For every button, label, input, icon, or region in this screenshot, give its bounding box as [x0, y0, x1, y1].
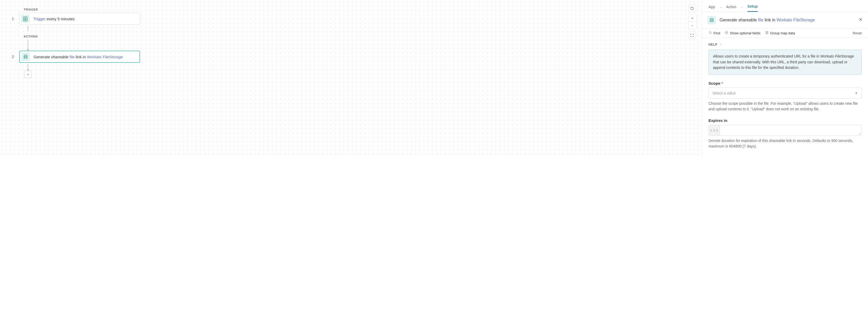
step-number: 1 [12, 17, 14, 21]
svg-line-14 [711, 33, 712, 34]
help-toggle[interactable]: HELP [709, 43, 862, 47]
panel-title: Generate shareable file link in Workato … [719, 18, 855, 22]
trigger-section-label: TRIGGER [24, 8, 690, 11]
zoom-in-button[interactable] [688, 15, 696, 22]
trigger-step-text: Trigger every 5 minutes [33, 17, 74, 21]
group-map-button[interactable]: Group map data [765, 31, 795, 35]
chevron-right-icon [740, 5, 744, 9]
recipe-canvas: TRIGGER 1 Trigger every 5 minutes ACTION… [0, 0, 702, 157]
zoom-out-button[interactable] [688, 22, 696, 29]
fit-screen-button[interactable] [688, 32, 696, 39]
find-button[interactable]: Find [709, 31, 720, 35]
breadcrumb-setup[interactable]: Setup [747, 3, 758, 12]
action-step-text: Generate shareable file link in Workato … [33, 55, 123, 59]
config-panel: App Action Setup Generate shareable file… [702, 0, 868, 157]
expires-input[interactable] [720, 125, 861, 136]
resize-handle-icon[interactable] [858, 133, 861, 135]
scope-hint: Choose the scope possible in the file. F… [709, 101, 862, 112]
scope-label: Scope* [709, 81, 862, 85]
chevron-down-icon: ▼ [855, 91, 858, 95]
reset-button[interactable]: Reset [853, 31, 862, 35]
trigger-step-card[interactable]: Trigger every 5 minutes [19, 13, 140, 25]
actions-section-label: ACTIONS [24, 35, 690, 38]
help-text: Allows users to create a temporary authe… [709, 50, 862, 75]
svg-point-13 [709, 31, 711, 33]
search-icon [709, 31, 712, 35]
map-icon [765, 31, 769, 35]
add-step-button[interactable] [24, 71, 32, 78]
expires-hint: Denote duration for expiration of this s… [709, 138, 862, 149]
plus-circle-icon [725, 31, 728, 35]
chevron-up-icon [719, 43, 722, 47]
clock-icon [21, 15, 30, 23]
action-step-card[interactable]: Generate shareable file link in Workato … [19, 51, 140, 63]
connector-arrow [28, 39, 28, 51]
step-number: 2 [12, 55, 14, 59]
scope-select[interactable]: Select a value ▼ [709, 88, 862, 99]
show-optional-button[interactable]: Show optional fields [725, 31, 761, 35]
undo-button[interactable] [688, 5, 696, 12]
connector-line [28, 26, 28, 31]
expires-label: Expires in [709, 118, 862, 123]
svg-rect-19 [767, 31, 768, 34]
svg-rect-18 [766, 31, 767, 34]
filestorage-icon [707, 16, 716, 24]
filestorage-icon [21, 53, 30, 61]
chevron-right-icon [719, 5, 722, 9]
close-button[interactable] [859, 18, 863, 23]
number-type-icon: 1 2 3 [709, 125, 720, 136]
breadcrumb-action[interactable]: Action [726, 3, 737, 11]
connector-arrow [28, 64, 28, 71]
breadcrumb-app[interactable]: App [709, 3, 715, 11]
